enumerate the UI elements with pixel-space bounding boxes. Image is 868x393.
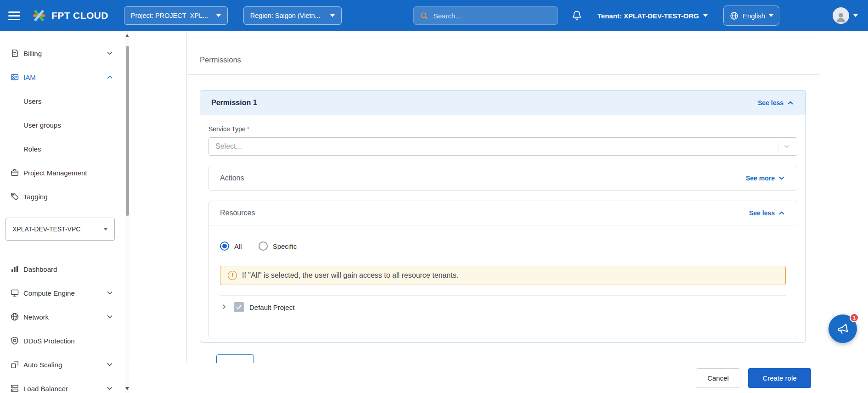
billing-icon: [10, 49, 19, 58]
required-asterisk: *: [247, 125, 249, 133]
radio-all-label: All: [234, 242, 242, 250]
language-label: English: [743, 12, 765, 20]
sidebar-item-label: Auto Scaling: [23, 361, 62, 369]
bell-icon: [571, 10, 582, 21]
actions-header: Actions See more: [209, 166, 797, 190]
permissions-heading: Permissions: [187, 38, 819, 74]
sidebar-item-network[interactable]: Network: [0, 305, 125, 329]
search-icon: [419, 11, 429, 21]
warning-text: If "All" is selected, the user will gain…: [242, 271, 458, 280]
actions-section: Actions See more: [209, 166, 797, 191]
sidebar-item-label: Roles: [23, 145, 41, 153]
service-type-label: Service Type*: [209, 125, 797, 133]
person-icon: [834, 10, 848, 24]
chevron-down-icon: [106, 360, 114, 369]
caret-down-icon: [103, 228, 108, 230]
create-role-form-card: Permissions Permission 1 See less Servic…: [186, 31, 819, 393]
warning-icon: !: [228, 271, 237, 280]
sidebar-item-tagging[interactable]: Tagging: [0, 185, 125, 208]
actions-label: Actions: [220, 174, 244, 182]
auto-scaling-icon: [10, 360, 19, 369]
top-navbar: FPT CLOUD Project: PROJECT_XPL... Region…: [0, 0, 868, 31]
service-type-placeholder: Select...: [215, 142, 242, 151]
radio-unselected-icon: [259, 241, 268, 251]
search-box[interactable]: [413, 6, 558, 25]
sidebar-item-auto-scaling[interactable]: Auto Scaling: [0, 353, 125, 376]
cancel-button[interactable]: Cancel: [696, 368, 740, 388]
chevron-down-icon: [783, 143, 790, 150]
sidebar-item-label: User groups: [23, 121, 61, 129]
app-root: FPT CLOUD Project: PROJECT_XPL... Region…: [0, 0, 868, 393]
resources-body: All Specific ! If "All" is selected, the…: [209, 225, 797, 338]
permission-card-header: Permission 1 See less: [200, 90, 806, 115]
sidebar-item-label: DDoS Protection: [23, 337, 75, 345]
see-more-label: See more: [746, 174, 775, 182]
main-content: Permissions Permission 1 See less Servic…: [129, 31, 868, 393]
sidebar-item-users[interactable]: Users: [0, 89, 125, 113]
fpt-cloud-logo[interactable]: FPT CLOUD: [31, 8, 108, 23]
resources-see-less-button[interactable]: See less: [749, 209, 786, 217]
radio-specific[interactable]: Specific: [259, 241, 297, 251]
project-selector[interactable]: Project: PROJECT_XPL...: [124, 6, 228, 25]
vpc-selector[interactable]: XPLAT-DEV-TEST-VPC: [6, 218, 115, 241]
logo-text: FPT CLOUD: [51, 10, 108, 21]
compute-engine-icon: [10, 288, 19, 298]
default-project-checkbox[interactable]: [234, 302, 244, 312]
permission-card-body: Service Type* Select... Actions See more: [200, 115, 806, 342]
see-more-button[interactable]: See more: [746, 174, 786, 182]
sidebar-item-label: Billing: [23, 50, 42, 57]
sidebar-item-label: Project Management: [23, 169, 87, 177]
scrollbar-thumb[interactable]: [126, 46, 129, 216]
resources-section: Resources See less All: [209, 201, 797, 338]
sidebar-item-user-groups[interactable]: User groups: [0, 113, 125, 137]
region-selector[interactable]: Region: Saigon (Vietn...: [243, 6, 342, 25]
user-menu[interactable]: [833, 7, 858, 24]
sidebar-scrollbar[interactable]: [125, 31, 130, 393]
radio-specific-label: Specific: [273, 242, 297, 250]
sidebar-item-dashboard[interactable]: Dashboard: [0, 257, 125, 281]
chevron-down-icon: [106, 384, 114, 393]
sidebar-item-compute-engine[interactable]: Compute Engine: [0, 281, 125, 305]
see-less-label: See less: [758, 99, 783, 107]
sidebar-item-project-management[interactable]: Project Management: [0, 161, 125, 185]
see-less-button[interactable]: See less: [758, 99, 795, 107]
expand-chevron-right-icon[interactable]: [220, 303, 228, 311]
menu-icon[interactable]: [8, 11, 20, 20]
select-caret: [778, 141, 790, 152]
warning-banner: ! If "All" is selected, the user will ga…: [220, 266, 786, 285]
sidebar-item-billing[interactable]: Billing: [0, 41, 125, 65]
radio-all[interactable]: All: [220, 241, 242, 251]
sidebar: Billing IAM Users User groups Roles: [0, 31, 125, 393]
chevron-right-icon: [220, 303, 228, 310]
scrollbar-down-arrow[interactable]: [125, 387, 129, 390]
sidebar-item-label: Load Balancer: [23, 385, 68, 393]
search-input[interactable]: [434, 12, 552, 20]
sidebar-item-iam[interactable]: IAM: [0, 65, 125, 89]
service-type-select[interactable]: Select...: [209, 137, 797, 156]
fpt-logo-mark-icon: [31, 8, 47, 23]
sidebar-item-ddos-protection[interactable]: DDoS Protection: [0, 329, 125, 353]
permission-card: Permission 1 See less Service Type* Sele…: [200, 90, 806, 342]
caret-down-icon: [703, 14, 708, 17]
resource-scope-radio-group: All Specific: [220, 239, 786, 253]
iam-icon: [10, 73, 19, 82]
caret-down-icon: [330, 14, 335, 17]
sidebar-item-roles[interactable]: Roles: [0, 137, 125, 161]
resources-label: Resources: [220, 209, 255, 217]
announcements-fab[interactable]: 1: [829, 314, 857, 343]
chevron-down-icon: [106, 313, 114, 321]
create-role-button[interactable]: Create role: [748, 368, 811, 388]
notification-count-badge: 1: [850, 313, 859, 322]
radio-selected-icon: [220, 241, 229, 251]
scrollbar-up-arrow[interactable]: [125, 34, 129, 37]
shield-icon: [10, 336, 19, 345]
permission-title: Permission 1: [211, 99, 257, 107]
caret-down-icon: [769, 14, 773, 17]
sidebar-item-load-balancer[interactable]: Load Balancer: [0, 376, 125, 393]
chevron-up-icon: [786, 99, 795, 107]
notifications-bell-icon[interactable]: [570, 9, 584, 22]
sidebar-item-label: Users: [23, 97, 41, 105]
tenant-selector[interactable]: Tenant: XPLAT-DEV-TEST-ORG: [597, 12, 708, 20]
caret-down-icon: [853, 14, 858, 17]
language-selector[interactable]: English: [723, 6, 779, 26]
